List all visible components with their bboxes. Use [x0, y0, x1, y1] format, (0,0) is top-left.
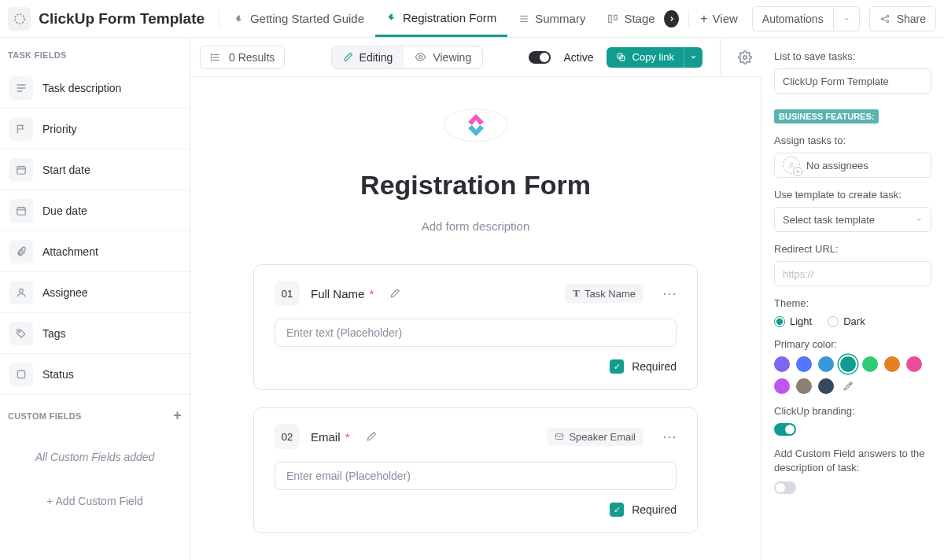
chevron-down-icon [690, 53, 697, 61]
field-type-badge[interactable]: TTask Name [565, 284, 643, 303]
edit-label-button[interactable] [366, 431, 377, 442]
color-swatch[interactable] [818, 378, 834, 394]
color-swatch[interactable] [774, 378, 790, 394]
copy-link-button[interactable]: Copy link [607, 47, 684, 68]
status-icon [9, 363, 33, 386]
field-type-badge[interactable]: Speaker Email [547, 428, 643, 446]
sidebar-field-priority[interactable]: Priority [0, 109, 190, 149]
sidebar-item-label: Due date [42, 204, 87, 217]
field-label[interactable]: Full Name * [311, 287, 374, 300]
view-tabs: Getting Started Guide Registration Form … [223, 0, 655, 37]
form-settings-button[interactable] [738, 50, 752, 64]
sidebar-field-tags[interactable]: Tags [0, 313, 190, 354]
field-placeholder-input[interactable]: Enter text (Placeholder) [275, 319, 677, 347]
add-custom-field-icon[interactable]: + [173, 407, 182, 424]
branding-toggle[interactable] [774, 423, 796, 436]
svg-point-31 [211, 57, 212, 57]
tab-label: Summary [535, 12, 585, 25]
theme-label: Theme: [774, 297, 931, 309]
flag-icon [9, 117, 33, 141]
results-button[interactable]: 0 Results [200, 46, 285, 69]
sidebar-field-due-date[interactable]: Due date [0, 190, 190, 231]
svg-point-0 [15, 14, 24, 24]
loader-icon [13, 13, 26, 25]
required-checkbox[interactable]: ✓ [610, 503, 624, 517]
settings-panel: List to save tasks: ClickUp Form Templat… [761, 38, 944, 560]
color-swatch[interactable] [862, 356, 878, 372]
svg-rect-16 [17, 166, 26, 173]
svg-rect-4 [609, 15, 612, 22]
required-checkbox[interactable]: ✓ [610, 359, 624, 374]
field-placeholder-input[interactable]: Enter email (Placeholder) [275, 462, 677, 490]
custom-fields-empty-message: All Custom Fields added [0, 432, 190, 482]
svg-point-36 [743, 55, 747, 59]
svg-rect-20 [17, 207, 26, 214]
list-selector[interactable]: ClickUp Form Template [774, 68, 931, 94]
scroll-tabs-right-button[interactable] [664, 10, 679, 28]
tab-label: Stages [624, 12, 655, 25]
field-menu-button[interactable]: ⋯ [662, 428, 677, 445]
svg-line-11 [883, 17, 887, 18]
breadcrumb-home[interactable] [8, 7, 31, 31]
required-label: Required [632, 360, 677, 373]
list-icon [518, 13, 529, 24]
svg-point-38 [790, 163, 792, 165]
form-logo[interactable] [444, 109, 508, 142]
tab-stages[interactable]: Stages [596, 0, 655, 37]
theme-light-radio[interactable]: Light [774, 315, 812, 327]
pin-icon [234, 13, 245, 24]
color-swatch[interactable] [774, 356, 790, 372]
top-bar: ClickUp Form Template Getting Started Gu… [0, 0, 944, 38]
automations-button[interactable]: Automations [752, 6, 833, 31]
form-field-card[interactable]: 01Full Name *TTask Name⋯Enter text (Plac… [253, 264, 698, 390]
color-swatch[interactable] [796, 378, 812, 394]
tab-getting-started[interactable]: Getting Started Guide [223, 0, 375, 37]
color-swatch[interactable] [840, 356, 856, 372]
field-menu-button[interactable]: ⋯ [662, 285, 677, 302]
assignee-selector[interactable]: No assignees [774, 153, 931, 178]
sidebar-field-attachment[interactable]: Attachment [0, 231, 190, 272]
active-toggle[interactable] [529, 51, 551, 64]
copy-link-dropdown[interactable] [684, 47, 702, 68]
sidebar-field-status[interactable]: Status [0, 354, 190, 395]
color-swatch[interactable] [796, 356, 812, 372]
template-label: Use template to create task: [774, 189, 931, 201]
sidebar-item-label: Tags [42, 327, 66, 340]
form-title[interactable]: Registration Form [360, 170, 591, 201]
add-view-button[interactable]: +View [700, 12, 738, 26]
automations-button-group: Automations [752, 6, 860, 31]
editing-tab[interactable]: Editing [332, 46, 404, 68]
calendar-icon [9, 199, 33, 223]
edit-label-button[interactable] [389, 288, 400, 299]
color-swatch[interactable] [884, 356, 900, 372]
redirect-label: Redirect URL: [774, 243, 931, 255]
share-button[interactable]: Share [869, 6, 936, 31]
sidebar-item-label: Status [42, 368, 74, 381]
sidebar-field-task-description[interactable]: Task description [0, 68, 190, 109]
add-custom-field-button[interactable]: + Add Custom Field [0, 482, 190, 520]
list-icon [210, 52, 221, 63]
svg-point-32 [211, 59, 212, 60]
automations-dropdown-button[interactable] [833, 6, 860, 31]
text-icon [9, 76, 33, 100]
clickup-logo-icon [460, 109, 492, 141]
sidebar-item-label: Assignee [42, 286, 88, 299]
viewing-tab[interactable]: Viewing [404, 46, 482, 68]
field-label[interactable]: Email * [311, 430, 350, 444]
tab-summary[interactable]: Summary [507, 0, 596, 37]
sidebar-field-assignee[interactable]: Assignee [0, 272, 190, 313]
redirect-input[interactable]: https:// [774, 261, 931, 286]
tab-registration-form[interactable]: Registration Form [375, 0, 507, 37]
field-number-badge: 02 [275, 424, 300, 449]
form-description[interactable]: Add form description [422, 219, 530, 233]
sidebar-field-start-date[interactable]: Start date [0, 149, 190, 190]
page-title[interactable]: ClickUp Form Template [39, 10, 205, 28]
theme-dark-radio[interactable]: Dark [828, 315, 865, 327]
sidebar-item-label: Priority [42, 123, 77, 135]
color-picker-button[interactable] [840, 378, 856, 394]
cf-desc-toggle[interactable] [774, 481, 796, 494]
color-swatch[interactable] [818, 356, 834, 372]
template-selector[interactable]: Select task template [774, 207, 931, 232]
color-swatch[interactable] [906, 356, 922, 372]
form-field-card[interactable]: 02Email *Speaker Email⋯Enter email (Plac… [253, 407, 698, 533]
